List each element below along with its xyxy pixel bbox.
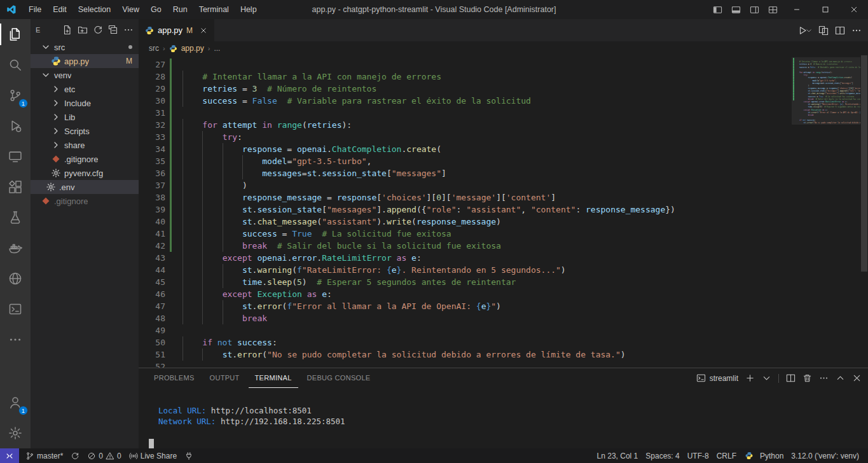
- explorer-icon[interactable]: [0, 19, 31, 50]
- plug-icon[interactable]: [181, 448, 197, 463]
- code-line-50[interactable]: 50 if not success:: [139, 336, 792, 349]
- refresh-icon[interactable]: [93, 25, 103, 35]
- panel-tab-problems[interactable]: PROBLEMS: [148, 368, 201, 388]
- new-terminal-icon[interactable]: [745, 373, 755, 383]
- toggle-secondary-sidebar-icon[interactable]: [745, 0, 764, 19]
- menu-selection[interactable]: Selection: [72, 0, 116, 19]
- cursor-position[interactable]: Ln 23, Col 1: [593, 448, 642, 463]
- code-line-27[interactable]: 27: [139, 59, 792, 71]
- testing-beaker-icon[interactable]: [0, 202, 31, 233]
- minimize-button[interactable]: [782, 0, 811, 19]
- new-folder-icon[interactable]: [78, 25, 88, 35]
- customize-layout-icon[interactable]: [764, 0, 782, 19]
- extensions-icon[interactable]: [0, 172, 31, 202]
- editor-scrollbar[interactable]: [860, 55, 868, 368]
- terminal-output[interactable]: Local URL: http://localhost:8501 Network…: [139, 388, 868, 448]
- collapse-all-icon[interactable]: [108, 25, 118, 35]
- code-line-43[interactable]: 43 except openai.error.RateLimitError as…: [139, 252, 792, 264]
- code-line-34[interactable]: 34 response = openai.ChatCompletion.crea…: [139, 143, 792, 155]
- close-tab-icon[interactable]: [199, 26, 208, 35]
- scrollbar-thumb[interactable]: [861, 55, 867, 272]
- python-interpreter[interactable]: 3.12.0 ('venv': venv): [787, 448, 863, 463]
- split-terminal-icon[interactable]: [786, 373, 796, 383]
- close-panel-icon[interactable]: [852, 373, 862, 383]
- panel-tab-debug-console[interactable]: DEBUG CONSOLE: [301, 368, 377, 388]
- more-views-icon[interactable]: [0, 324, 31, 355]
- close-window-button[interactable]: [839, 0, 868, 19]
- tree-item-pyvenv.cfg[interactable]: pyvenv.cfg: [31, 166, 139, 180]
- toggle-primary-sidebar-icon[interactable]: [708, 0, 727, 19]
- minimap[interactable]: # Intentar llamar a la API con manejo de…: [792, 55, 860, 368]
- code-line-48[interactable]: 48 break: [139, 312, 792, 324]
- tree-item-src[interactable]: src: [31, 40, 139, 54]
- menu-file[interactable]: File: [23, 0, 47, 19]
- settings-gear-icon[interactable]: [0, 418, 31, 448]
- problems-indicator[interactable]: 0 0: [83, 448, 125, 463]
- code-line-36[interactable]: 36 messages=st.session_state["messages"]: [139, 167, 792, 179]
- code-line-47[interactable]: 47 st.error(f"Error al llamar a la API d…: [139, 300, 792, 312]
- tree-item-Scripts[interactable]: Scripts: [31, 124, 139, 138]
- code-line-51[interactable]: 51 st.error("No se pudo completar la sol…: [139, 349, 792, 361]
- run-python-file-button[interactable]: [797, 25, 812, 36]
- docker-icon[interactable]: [0, 233, 31, 263]
- panel-tab-output[interactable]: OUTPUT: [203, 368, 246, 388]
- git-branch-item[interactable]: master*: [22, 448, 67, 463]
- code-line-37[interactable]: 37 ): [139, 179, 792, 191]
- indentation-setting[interactable]: Spaces: 4: [642, 448, 683, 463]
- tree-item-etc[interactable]: etc: [31, 82, 139, 96]
- panel-tab-terminal[interactable]: TERMINAL: [249, 368, 298, 388]
- code-line-33[interactable]: 33 try:: [139, 131, 792, 143]
- code-line-40[interactable]: 40 st.chat_message("assistant").write(re…: [139, 216, 792, 228]
- terminal-profile[interactable]: streamlit: [696, 373, 738, 383]
- tab-app-py[interactable]: app.py M: [139, 19, 214, 41]
- live-share-button[interactable]: Live Share: [125, 448, 181, 463]
- source-control-icon[interactable]: 1: [0, 80, 31, 111]
- code-line-46[interactable]: 46 except Exception as e:: [139, 288, 792, 300]
- menu-help[interactable]: Help: [235, 0, 263, 19]
- tree-item-Include[interactable]: Include: [31, 96, 139, 110]
- kill-terminal-icon[interactable]: [803, 373, 812, 383]
- code-lines[interactable]: 2728 # Intentar llamar a la API con mane…: [139, 55, 792, 368]
- menu-go[interactable]: Go: [145, 0, 167, 19]
- git-sync-button[interactable]: [67, 448, 83, 463]
- maximize-button[interactable]: [811, 0, 839, 19]
- open-changes-icon[interactable]: [818, 25, 829, 36]
- minimap-slider[interactable]: [792, 57, 860, 125]
- eol-setting[interactable]: CRLF: [713, 448, 740, 463]
- editor-more-actions-icon[interactable]: [851, 25, 862, 36]
- search-icon[interactable]: [0, 50, 31, 80]
- breadcrumb-symbol[interactable]: ...: [214, 44, 220, 53]
- code-line-52[interactable]: 52: [139, 361, 792, 368]
- breadcrumb-file[interactable]: app.py: [181, 44, 204, 53]
- menu-run[interactable]: Run: [167, 0, 193, 19]
- split-editor-icon[interactable]: [835, 25, 845, 36]
- run-debug-icon[interactable]: [0, 111, 31, 141]
- accounts-icon[interactable]: 1: [0, 387, 31, 418]
- new-file-icon[interactable]: [62, 25, 72, 35]
- code-line-29[interactable]: 29 retries = 3 # Número de reintentos: [139, 83, 792, 95]
- tree-item-Lib[interactable]: Lib: [31, 110, 139, 124]
- breadcrumb-src[interactable]: src: [149, 44, 159, 53]
- remote-explorer-icon[interactable]: [0, 141, 31, 172]
- remote-indicator[interactable]: [0, 448, 19, 463]
- menu-edit[interactable]: Edit: [47, 0, 72, 19]
- code-line-31[interactable]: 31: [139, 107, 792, 119]
- maximize-panel-icon[interactable]: [836, 373, 845, 383]
- encoding-setting[interactable]: UTF-8: [684, 448, 713, 463]
- language-mode[interactable]: Python: [740, 448, 787, 463]
- toggle-panel-icon[interactable]: [727, 0, 745, 19]
- code-line-28[interactable]: 28 # Intentar llamar a la API con manejo…: [139, 71, 792, 83]
- panel-more-actions-icon[interactable]: [819, 373, 829, 383]
- code-line-49[interactable]: 49: [139, 324, 792, 336]
- code-line-35[interactable]: 35 model="gpt-3.5-turbo",: [139, 155, 792, 167]
- menu-view[interactable]: View: [116, 0, 145, 19]
- code-line-42[interactable]: 42 break # Salir del bucle si la solicit…: [139, 240, 792, 252]
- terminal-profile-dropdown-icon[interactable]: [762, 373, 771, 383]
- tree-item-venv[interactable]: venv: [31, 68, 139, 82]
- tree-item-app.py[interactable]: app.pyM: [31, 54, 139, 68]
- code-line-41[interactable]: 41 success = True # La solicitud fue exi…: [139, 228, 792, 240]
- code-line-44[interactable]: 44 st.warning(f"RateLimitError: {e}. Rei…: [139, 264, 792, 276]
- live-preview-globe-icon[interactable]: [0, 263, 31, 294]
- tree-item-dot-env[interactable]: .env: [31, 180, 139, 194]
- menu-terminal[interactable]: Terminal: [193, 0, 235, 19]
